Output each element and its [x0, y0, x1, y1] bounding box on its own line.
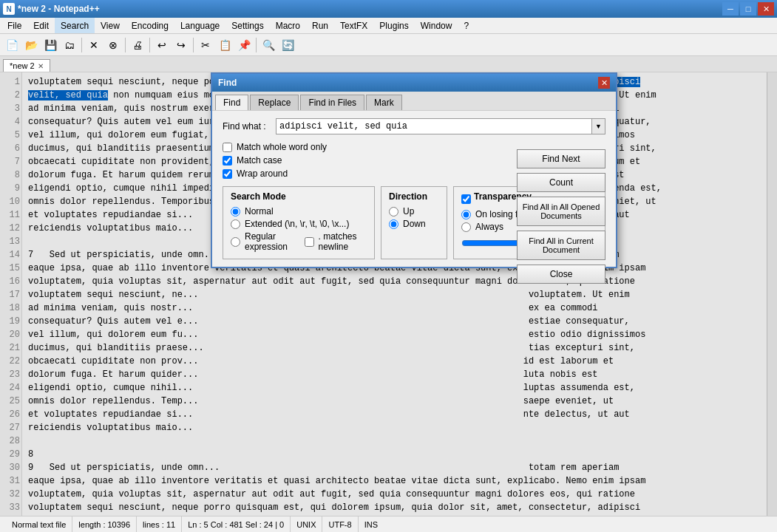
toolbar-save[interactable]: 💾: [41, 36, 59, 54]
search-mode-panel: Search Mode Normal Extended (\n, \r, \t,…: [223, 186, 375, 259]
direction-title: Direction: [389, 191, 439, 202]
toolbar-print[interactable]: 🖨: [129, 36, 146, 54]
tab-close-btn[interactable]: ✕: [38, 62, 44, 70]
status-position: Ln : 5 Col : 481 Sel : 24 | 0: [182, 516, 291, 532]
direction-up-label: Up: [403, 206, 414, 216]
find-tabs: Find Replace Find in Files Mark: [212, 92, 616, 111]
title-bar-left: N *new 2 - Notepad++: [3, 3, 100, 15]
find-all-current-button[interactable]: Find All in Current Document: [517, 231, 605, 260]
toolbar-sep-1: [81, 38, 82, 52]
search-normal-label: Normal: [245, 206, 274, 216]
title-bar-controls[interactable]: ─ □ ✕: [722, 2, 774, 16]
menu-language[interactable]: Language: [174, 18, 225, 33]
menu-help[interactable]: ?: [458, 18, 475, 33]
find-dialog-close-button[interactable]: ✕: [598, 77, 610, 89]
transparency-checkbox[interactable]: [461, 194, 471, 204]
toolbar-sep-3: [149, 38, 150, 52]
direction-up-radio[interactable]: [389, 207, 398, 216]
toolbar-save-all[interactable]: 🗂: [61, 36, 78, 54]
menu-view[interactable]: View: [95, 18, 126, 33]
search-regex-radio[interactable]: [231, 237, 240, 247]
find-what-dropdown[interactable]: ▼: [592, 118, 605, 134]
find-dialog-title[interactable]: Find ✕: [212, 74, 616, 92]
find-what-input[interactable]: [276, 118, 592, 134]
toolbar-open[interactable]: 📂: [22, 36, 40, 54]
direction-down-label: Down: [403, 219, 426, 229]
status-length: length : 10396: [72, 516, 137, 532]
tab-bar: *new 2 ✕: [0, 56, 777, 72]
toolbar-close-all[interactable]: ⊗: [104, 36, 122, 54]
toolbar-new[interactable]: 📄: [3, 36, 21, 54]
find-tab-find[interactable]: Find: [215, 95, 248, 110]
status-encoding: UTF-8: [322, 516, 358, 532]
match-whole-word-checkbox[interactable]: [223, 143, 232, 152]
toolbar-undo[interactable]: ↩: [153, 36, 171, 54]
find-tab-replace[interactable]: Replace: [250, 95, 299, 110]
menu-edit[interactable]: Edit: [27, 18, 55, 33]
menu-run[interactable]: Run: [306, 18, 334, 33]
close-find-button[interactable]: Close: [517, 265, 605, 284]
direction-panel: Direction Up Down: [381, 186, 447, 259]
search-normal-row: Normal: [231, 206, 367, 216]
menu-encoding[interactable]: Encoding: [126, 18, 174, 33]
close-button[interactable]: ✕: [758, 2, 774, 16]
match-whole-word-label: Match whole word only: [237, 142, 327, 152]
find-tab-find-in-files[interactable]: Find in Files: [300, 95, 364, 110]
toolbar-sep-4: [193, 38, 194, 52]
toolbar-sep-2: [125, 38, 126, 52]
transparency-always-label: Always: [475, 222, 503, 232]
matches-newline-label: . matches newline: [319, 231, 367, 252]
minimize-button[interactable]: ─: [722, 2, 739, 16]
status-bar: Normal text file length : 10396 lines : …: [0, 516, 777, 532]
menu-textfx[interactable]: TextFX: [334, 18, 373, 33]
find-next-button[interactable]: Find Next: [517, 149, 605, 168]
status-lines: lines : 11: [137, 516, 182, 532]
title-bar-title: *new 2 - Notepad++: [18, 4, 100, 14]
toolbar-paste[interactable]: 📌: [235, 36, 253, 54]
transparency-on-focus-radio[interactable]: [461, 210, 471, 219]
tab-new2[interactable]: *new 2 ✕: [3, 59, 50, 72]
find-tab-mark[interactable]: Mark: [366, 95, 402, 110]
count-button[interactable]: Count: [517, 173, 605, 192]
search-mode-title: Search Mode: [231, 191, 367, 202]
search-regex-label: Regular expression: [245, 231, 297, 252]
toolbar-redo[interactable]: ↪: [172, 36, 190, 54]
menu-search[interactable]: Search: [55, 18, 95, 33]
app-icon: N: [3, 3, 15, 15]
menu-macro[interactable]: Macro: [270, 18, 306, 33]
wrap-around-label: Wrap around: [237, 168, 288, 179]
toolbar-replace[interactable]: 🔄: [279, 36, 296, 54]
editor-area[interactable]: 12345 678910 1112131415 1617181920 21222…: [0, 72, 777, 516]
title-bar: N *new 2 - Notepad++ ─ □ ✕: [0, 0, 777, 18]
menu-bar: File Edit Search View Encoding Language …: [0, 18, 777, 34]
menu-settings[interactable]: Settings: [225, 18, 269, 33]
maximize-button[interactable]: □: [740, 2, 756, 16]
status-line-ending: UNIX: [291, 516, 322, 532]
match-case-label: Match case: [237, 155, 282, 166]
transparency-always-radio[interactable]: [461, 222, 471, 232]
search-extended-label: Extended (\n, \r, \t, \0, \x...): [245, 219, 349, 229]
direction-down-radio[interactable]: [389, 219, 398, 229]
toolbar-copy[interactable]: 📋: [216, 36, 234, 54]
search-extended-radio[interactable]: [231, 219, 240, 229]
menu-plugins[interactable]: Plugins: [373, 18, 414, 33]
find-dialog: Find ✕ Find Replace Find in Files Mark F…: [211, 72, 617, 268]
match-case-checkbox[interactable]: [223, 156, 232, 166]
find-what-row: Find what : ▼: [223, 118, 605, 134]
wrap-around-checkbox[interactable]: [223, 169, 232, 179]
toolbar-find[interactable]: 🔍: [259, 36, 277, 54]
find-body: Find what : ▼ Find Next Count Find All i…: [212, 111, 616, 267]
status-insert-mode: INS: [359, 516, 384, 532]
menu-file[interactable]: File: [1, 18, 27, 33]
matches-newline-checkbox[interactable]: [305, 237, 314, 247]
menu-window[interactable]: Window: [415, 18, 458, 33]
find-dialog-title-text: Find: [218, 78, 237, 88]
search-normal-radio[interactable]: [231, 207, 240, 216]
find-buttons: Find Next Count Find All in All Opened D…: [517, 149, 605, 284]
tab-label: *new 2: [10, 61, 35, 70]
find-what-label: Find what :: [223, 121, 276, 132]
toolbar-cut[interactable]: ✂: [197, 36, 214, 54]
toolbar-close[interactable]: ✕: [85, 36, 103, 54]
find-all-opened-button[interactable]: Find All in All Opened Documents: [517, 197, 605, 226]
direction-up-row: Up: [389, 206, 439, 216]
